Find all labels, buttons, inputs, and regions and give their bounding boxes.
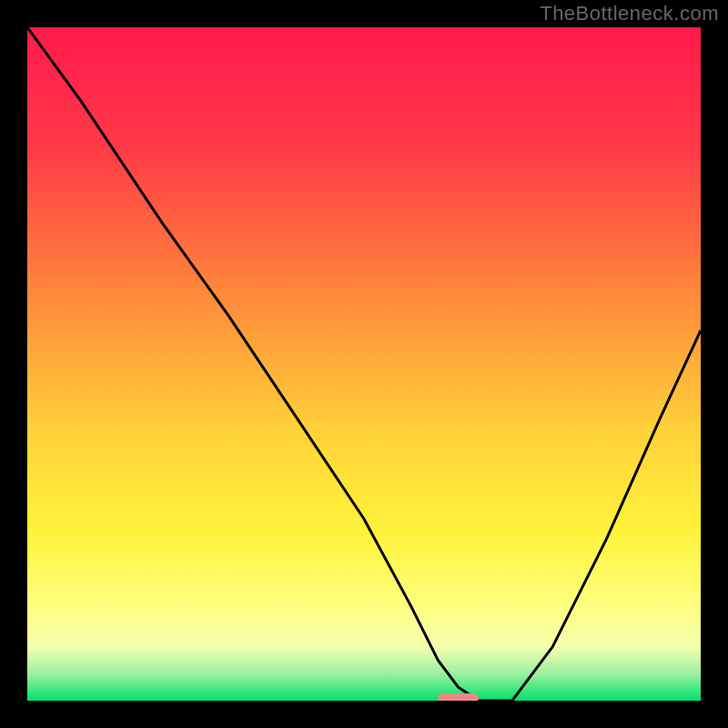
bottleneck-curve bbox=[27, 27, 701, 701]
curve-path bbox=[27, 27, 701, 701]
optimal-range-marker bbox=[438, 693, 478, 701]
plot-area bbox=[27, 27, 701, 701]
watermark-label: TheBottleneck.com bbox=[540, 2, 719, 25]
chart-frame: TheBottleneck.com bbox=[0, 0, 728, 728]
